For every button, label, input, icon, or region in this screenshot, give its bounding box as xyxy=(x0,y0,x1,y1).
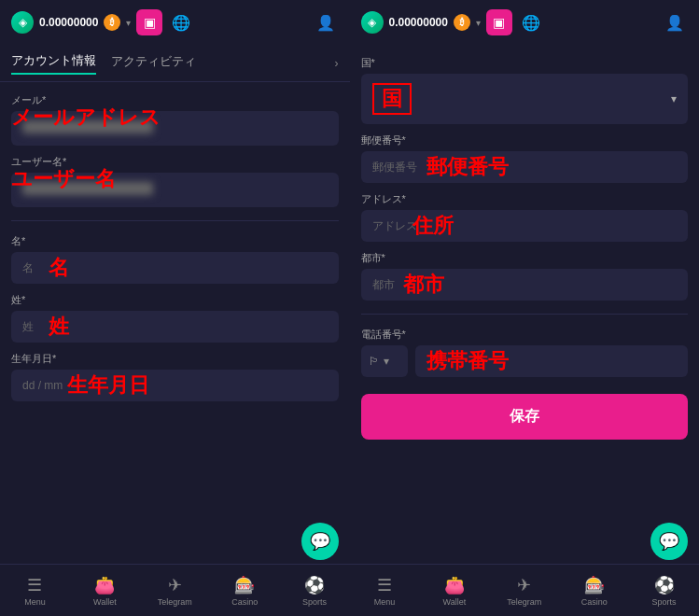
address-input[interactable] xyxy=(361,210,689,242)
username-group: ユーザー名* ユーザー名 xyxy=(11,155,339,207)
tabs-bar: アカウント情報 アクティビティ › xyxy=(0,45,350,82)
right-btc-icon: ₿ xyxy=(454,14,470,31)
right-sports-icon: ⚽ xyxy=(654,575,675,595)
right-panel: ◈ 0.00000000 ₿ ▾ ▣ 🌐 👤 国* 国 ▾ 郵便番号* 郵便番号 xyxy=(350,0,700,616)
wallet-button[interactable]: ▣ xyxy=(136,9,162,35)
left-header: ◈ 0.00000000 ₿ ▾ ▣ 🌐 👤 xyxy=(0,0,350,45)
nav-casino[interactable]: 🎰 Casino xyxy=(210,565,280,616)
email-group: メール* メールアドレス xyxy=(11,93,339,146)
birthdate-label: 生年月日* xyxy=(11,352,339,366)
right-menu-icon: ☰ xyxy=(377,575,392,595)
right-nav-telegram[interactable]: ✈ Telegram xyxy=(489,565,559,616)
username-label: ユーザー名* xyxy=(11,155,339,169)
right-balance-chevron-icon[interactable]: ▾ xyxy=(476,18,481,28)
postal-label: 郵便番号* xyxy=(361,133,689,147)
right-nav-casino-label: Casino xyxy=(581,597,608,607)
telegram-icon: ✈ xyxy=(168,575,182,595)
right-nav-sports-label: Sports xyxy=(652,597,677,607)
firstname-group: 名* 名 xyxy=(11,234,339,284)
sports-icon: ⚽ xyxy=(304,575,325,595)
address-label: アドレス* xyxy=(361,192,689,206)
wallet-nav-icon: 👛 xyxy=(94,575,115,595)
nav-casino-label: Casino xyxy=(231,597,258,607)
user-icon[interactable]: 👤 xyxy=(313,9,339,35)
left-panel: ◈ 0.00000000 ₿ ▾ ▣ 🌐 👤 アカウント情報 アクティビティ ›… xyxy=(0,0,350,616)
left-bottom-nav: ☰ Menu 👛 Wallet ✈ Telegram 🎰 Casino ⚽ Sp… xyxy=(0,564,350,616)
username-field-blurred[interactable] xyxy=(11,173,339,207)
city-label: 都市* xyxy=(361,251,689,265)
lastname-group: 姓* 姓 xyxy=(11,293,339,343)
right-wallet-nav-icon: 👛 xyxy=(444,575,465,595)
nav-menu-label: Menu xyxy=(24,597,46,607)
birthdate-input[interactable] xyxy=(11,370,339,401)
logo-icon: ◈ xyxy=(11,11,34,34)
city-group: 都市* 都市 xyxy=(361,251,689,301)
phone-group: 電話番号* 🏳 ▾ 携帯番号 xyxy=(361,328,689,377)
right-form-content: 国* 国 ▾ 郵便番号* 郵便番号 アドレス* 住所 都市* xyxy=(350,45,700,564)
lastname-input[interactable] xyxy=(11,311,339,343)
country-label: 国* xyxy=(361,56,689,70)
tabs-arrow-icon: › xyxy=(335,57,339,70)
left-form-content: メール* メールアドレス ユーザー名* ユーザー名 名* 名 xyxy=(0,82,350,564)
right-bottom-nav: ☰ Menu 👛 Wallet ✈ Telegram 🎰 Casino ⚽ Sp… xyxy=(350,564,700,616)
save-button[interactable]: 保存 xyxy=(361,394,689,440)
right-logo-icon: ◈ xyxy=(361,11,384,34)
nav-telegram[interactable]: ✈ Telegram xyxy=(140,565,210,616)
email-label: メール* xyxy=(11,93,339,107)
chat-fab-button[interactable]: 💬 xyxy=(301,523,339,560)
right-nav-wallet-label: Wallet xyxy=(443,597,467,607)
birthdate-group: 生年月日* 生年月日 xyxy=(11,352,339,401)
nav-wallet-label: Wallet xyxy=(93,597,117,607)
right-nav-telegram-label: Telegram xyxy=(507,597,541,607)
right-chat-fab-button[interactable]: 💬 xyxy=(650,523,688,560)
tab-activity[interactable]: アクティビティ xyxy=(111,53,196,74)
right-balance-display: 0.00000000 xyxy=(389,16,448,29)
country-select[interactable]: 国 xyxy=(361,74,689,124)
nav-telegram-label: Telegram xyxy=(158,597,192,607)
postal-group: 郵便番号* 郵便番号 xyxy=(361,133,689,183)
menu-icon: ☰ xyxy=(27,575,42,595)
phone-input[interactable] xyxy=(415,345,689,377)
lastname-label: 姓* xyxy=(11,293,339,307)
flag-icon: 🏳 xyxy=(369,355,380,368)
phone-prefix-selector[interactable]: 🏳 ▾ xyxy=(361,345,408,377)
city-input[interactable] xyxy=(361,269,689,301)
nav-sports-label: Sports xyxy=(302,597,327,607)
country-annotation: 国 xyxy=(372,83,412,115)
right-nav-casino[interactable]: 🎰 Casino xyxy=(559,565,629,616)
right-nav-wallet[interactable]: 👛 Wallet xyxy=(419,565,489,616)
right-header: ◈ 0.00000000 ₿ ▾ ▣ 🌐 👤 xyxy=(350,0,700,45)
nav-menu[interactable]: ☰ Menu xyxy=(0,565,70,616)
right-globe-icon[interactable]: 🌐 xyxy=(518,9,544,35)
prefix-chevron-icon: ▾ xyxy=(384,355,389,368)
firstname-label: 名* xyxy=(11,234,339,248)
right-nav-sports[interactable]: ⚽ Sports xyxy=(629,565,699,616)
casino-icon: 🎰 xyxy=(234,575,255,595)
right-wallet-button[interactable]: ▣ xyxy=(486,9,512,35)
globe-icon[interactable]: 🌐 xyxy=(168,9,194,35)
divider xyxy=(11,220,339,221)
address-group: アドレス* 住所 xyxy=(361,192,689,242)
postal-input[interactable] xyxy=(361,151,689,183)
email-field-blurred[interactable] xyxy=(11,111,339,146)
right-telegram-icon: ✈ xyxy=(517,575,531,595)
right-nav-menu[interactable]: ☰ Menu xyxy=(350,565,420,616)
country-select-wrapper: 国 ▾ xyxy=(361,74,689,124)
phone-label: 電話番号* xyxy=(361,328,689,342)
right-nav-menu-label: Menu xyxy=(374,597,396,607)
nav-sports[interactable]: ⚽ Sports xyxy=(280,565,350,616)
firstname-input[interactable] xyxy=(11,252,339,284)
btc-icon: ₿ xyxy=(104,14,120,31)
balance-chevron-icon[interactable]: ▾ xyxy=(126,18,131,28)
right-divider xyxy=(361,314,689,315)
tab-account-info[interactable]: アカウント情報 xyxy=(11,52,96,75)
nav-wallet[interactable]: 👛 Wallet xyxy=(70,565,140,616)
country-group: 国* 国 ▾ xyxy=(361,56,689,124)
right-casino-icon: 🎰 xyxy=(584,575,605,595)
right-user-icon[interactable]: 👤 xyxy=(662,9,688,35)
balance-display: 0.00000000 xyxy=(39,16,98,29)
